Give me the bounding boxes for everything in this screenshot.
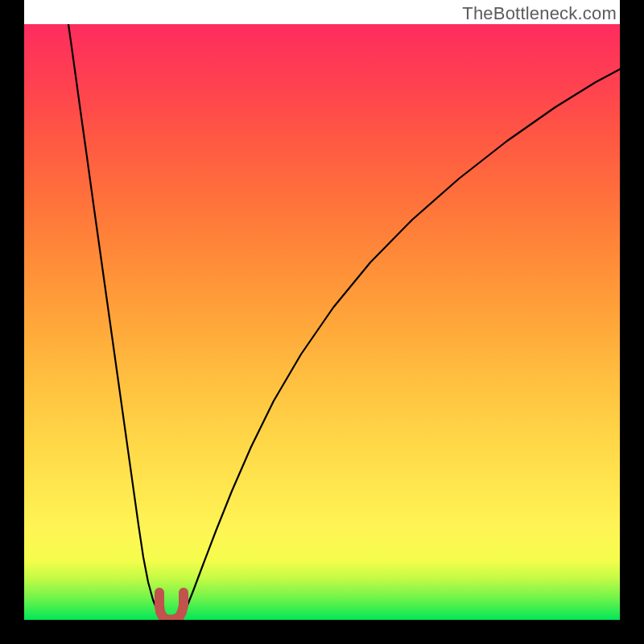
watermark-text: TheBottleneck.com [462,3,617,24]
curve-right-branch [179,69,620,618]
trough-marker [159,592,184,620]
curve-left-branch [68,24,163,618]
curve-overlay [24,24,620,620]
chart-frame: TheBottleneck.com [0,0,644,644]
